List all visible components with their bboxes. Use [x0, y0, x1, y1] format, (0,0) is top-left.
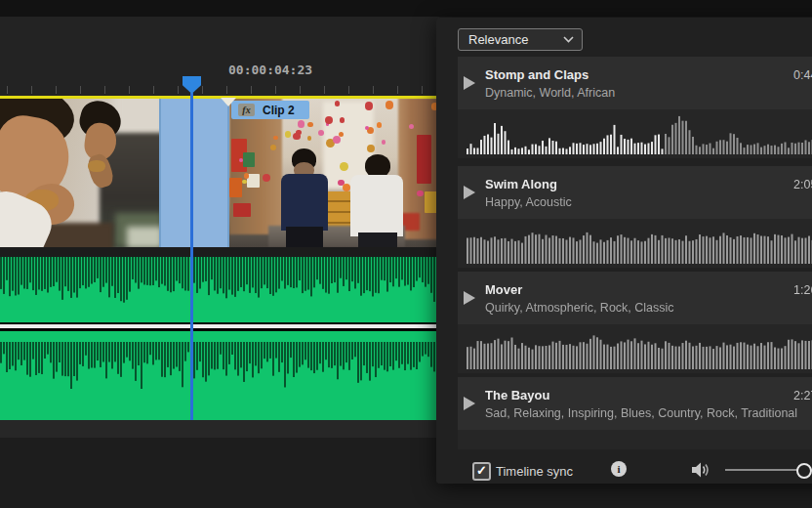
volume-slider-knob[interactable]	[796, 463, 812, 479]
play-icon[interactable]	[464, 76, 475, 90]
chevron-down-icon	[563, 36, 574, 43]
clip2-thumbnail[interactable]	[229, 98, 439, 247]
timeline-sync-label: Timeline sync	[496, 464, 573, 479]
track-row[interactable]: MoverQuirky, Atmospheric, Rock, Classic1…	[458, 272, 812, 373]
track-title: Mover	[485, 282, 522, 297]
track-tags: Dynamic, World, African	[485, 86, 615, 100]
play-icon[interactable]	[464, 291, 475, 305]
track-tags: Quirky, Atmospheric, Rock, Classic	[485, 301, 674, 315]
clip2-label-bar[interactable]: fx Clip 2	[231, 101, 309, 119]
track-row[interactable]: Swim AlongHappy, Acoustic2:05	[458, 166, 812, 268]
app-top-strip	[0, 0, 812, 17]
timecode-display: 00:00:04:23	[228, 63, 312, 77]
play-icon[interactable]	[464, 186, 475, 199]
timeline-ruler[interactable]	[7, 86, 439, 94]
track-title: The Bayou	[485, 388, 549, 402]
fx-badge-icon: fx	[238, 104, 255, 116]
track-duration: 2:05	[793, 178, 812, 191]
panel-footer: ✓ Timeline sync i	[436, 449, 812, 484]
audio-browser-panel: Relevance Stomp and ClapsDynamic, World,…	[436, 18, 812, 484]
video-track	[0, 98, 439, 247]
track-waveform[interactable]	[458, 324, 812, 373]
track-tags: Happy, Acoustic	[485, 195, 572, 209]
info-icon[interactable]: i	[611, 461, 627, 477]
track-tags: Sad, Relaxing, Inspiring, Blues, Country…	[485, 406, 797, 420]
volume-icon[interactable]	[691, 462, 710, 482]
clip2-name: Clip 2	[263, 104, 295, 117]
timeline-sync-checkbox[interactable]: ✓	[472, 462, 491, 481]
track-duration: 1:26	[793, 283, 812, 297]
track-duration: 2:27	[793, 389, 812, 402]
track-row[interactable]: Stomp and ClapsDynamic, World, African0:…	[458, 57, 812, 158]
selected-gap-region[interactable]	[159, 98, 229, 247]
selection-highlight-line	[0, 96, 439, 99]
sort-dropdown[interactable]: Relevance	[458, 28, 583, 51]
track-waveform[interactable]	[458, 219, 812, 268]
play-icon[interactable]	[464, 397, 475, 410]
timeline-panel: 00:00:04:23	[0, 17, 439, 438]
playhead-line	[190, 93, 193, 420]
clip1-thumbnail[interactable]	[0, 98, 159, 247]
audio-waveform-channel2[interactable]	[0, 342, 439, 420]
track-title: Swim Along	[485, 177, 557, 191]
track-waveform[interactable]	[458, 109, 812, 158]
audio-waveform-channel1[interactable]	[0, 257, 439, 322]
track-title: Stomp and Claps	[485, 67, 589, 82]
track-duration: 0:44	[793, 68, 812, 82]
